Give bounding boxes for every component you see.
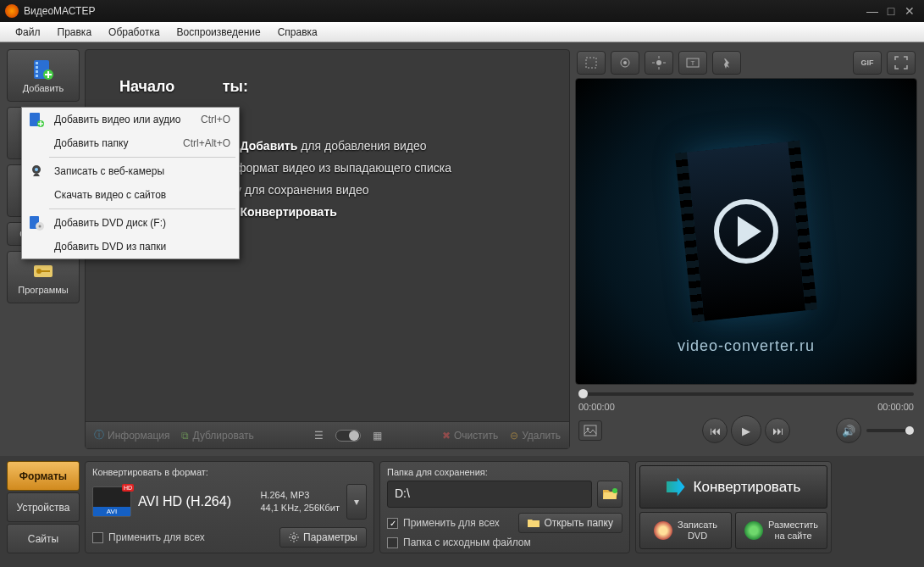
view-list-button[interactable]: ☰ xyxy=(314,430,324,442)
svg-line-36 xyxy=(296,534,297,535)
format-apply-all-checkbox[interactable] xyxy=(92,532,103,543)
volume-button[interactable]: 🔊 xyxy=(836,418,861,443)
clear-icon: ✖ xyxy=(442,430,451,442)
bottom-bar: Форматы Устройства Сайты Конвертировать … xyxy=(0,456,924,560)
clear-button[interactable]: ✖Очистить xyxy=(442,430,498,442)
key-package-icon xyxy=(31,259,55,283)
enhance-tool-button[interactable] xyxy=(611,51,639,75)
time-total: 00:00:00 xyxy=(877,402,914,412)
crop-tool-button[interactable] xyxy=(577,51,606,75)
sun-icon xyxy=(652,56,666,69)
close-button[interactable]: ✕ xyxy=(900,3,919,19)
dropdown-item-webcam[interactable]: Записать с веб-камеры xyxy=(22,159,239,183)
preview-screen[interactable]: video-converter.ru xyxy=(575,78,917,385)
brand-label: video-converter.ru xyxy=(678,337,815,355)
brightness-tool-button[interactable] xyxy=(645,51,673,75)
format-details: H.264, MP3 44,1 KHz, 256Кбит xyxy=(260,489,340,514)
prev-button[interactable]: ⏮ xyxy=(702,418,728,443)
dropdown-separator xyxy=(49,157,235,158)
folder-icon xyxy=(528,519,539,528)
duplicate-button[interactable]: ⧉Дублировать xyxy=(181,430,253,442)
avi-badge: AVI xyxy=(93,507,130,516)
info-button[interactable]: ⓘИнформация xyxy=(94,428,169,442)
output-apply-all-checkbox[interactable] xyxy=(387,518,398,529)
list-icon: ☰ xyxy=(314,430,324,442)
preview-panel: T GIF video-converter.ru 00:00:00 00:00:… xyxy=(575,49,917,449)
menu-edit[interactable]: Правка xyxy=(49,24,101,41)
publish-button[interactable]: Разместитьна сайте xyxy=(735,512,827,549)
folder-open-icon xyxy=(602,488,617,500)
convert-arrow-icon xyxy=(667,478,685,497)
dropdown-item-add-folder[interactable]: Добавить папку Ctrl+Alt+O xyxy=(22,131,239,155)
dropdown-item-download[interactable]: Скачать видео с сайтов xyxy=(22,183,239,207)
menu-process[interactable]: Обработка xyxy=(100,24,169,41)
sidebar-add-label: Добавить xyxy=(23,83,64,93)
fullscreen-tool-button[interactable] xyxy=(887,51,916,75)
svg-line-33 xyxy=(290,534,291,535)
sidebar-add-button[interactable]: Добавить xyxy=(7,49,80,102)
copy-icon: ⧉ xyxy=(181,430,189,442)
text-icon: T xyxy=(686,56,700,69)
svg-point-19 xyxy=(656,60,661,65)
view-toggle[interactable] xyxy=(335,430,361,442)
gif-icon: GIF xyxy=(861,58,874,67)
seek-slider[interactable] xyxy=(575,386,917,402)
app-logo-icon xyxy=(5,4,19,18)
dropdown-item-dvd-folder[interactable]: Добавить DVD из папки xyxy=(22,235,239,258)
snapshot-button[interactable] xyxy=(578,420,602,441)
menu-help[interactable]: Справка xyxy=(269,24,326,41)
svg-point-12 xyxy=(36,269,41,274)
film-plus-icon xyxy=(31,58,55,81)
output-panel-title: Папка для сохранения: xyxy=(387,467,622,477)
format-name: AVI HD (H.264) xyxy=(138,494,253,509)
output-path-field[interactable]: D:\ xyxy=(387,481,592,508)
tab-devices[interactable]: Устройства xyxy=(7,492,80,522)
preview-toolbar: T GIF xyxy=(575,49,917,76)
output-tabs: Форматы Устройства Сайты xyxy=(7,461,80,553)
play-button[interactable]: ▶ xyxy=(731,415,761,446)
text-tool-button[interactable]: T xyxy=(678,51,707,75)
open-folder-button[interactable]: Открыть папку xyxy=(518,513,622,533)
svg-rect-13 xyxy=(41,270,50,272)
playback-controls: ⏮ ▶ ⏭ 🔊 xyxy=(575,412,917,449)
output-apply-all-label: Применить для всех xyxy=(403,517,513,529)
svg-text:T: T xyxy=(691,59,695,67)
svg-rect-4 xyxy=(36,75,38,77)
svg-line-34 xyxy=(296,540,297,541)
next-button[interactable]: ⏭ xyxy=(765,418,790,443)
same-as-source-label: Папка с исходным файлом xyxy=(403,536,531,548)
maximize-button[interactable]: □ xyxy=(882,3,900,19)
tab-formats[interactable]: Форматы xyxy=(7,461,80,491)
menu-playback[interactable]: Воспроизведение xyxy=(169,24,269,41)
svg-rect-2 xyxy=(36,66,38,69)
convert-button[interactable]: Конвертировать xyxy=(639,465,827,509)
menubar: Файл Правка Обработка Воспроизведение Сп… xyxy=(0,22,924,42)
chevron-down-icon: ▾ xyxy=(354,496,359,508)
same-as-source-checkbox[interactable] xyxy=(387,537,398,548)
disc-icon xyxy=(654,521,672,540)
minimize-button[interactable]: — xyxy=(863,3,882,19)
format-dropdown-button[interactable]: ▾ xyxy=(346,484,367,520)
titlebar: ВидеоМАСТЕР — □ ✕ xyxy=(0,0,924,22)
menu-file[interactable]: Файл xyxy=(7,24,49,41)
fullscreen-icon xyxy=(894,56,908,69)
browse-folder-button[interactable] xyxy=(597,481,622,508)
svg-line-35 xyxy=(290,540,291,541)
toggle-icon xyxy=(335,430,361,442)
target-icon xyxy=(618,56,632,69)
speed-tool-button[interactable] xyxy=(712,51,741,75)
tab-sites[interactable]: Сайты xyxy=(7,524,80,553)
time-display: 00:00:00 00:00:00 xyxy=(575,402,917,412)
webcam-icon xyxy=(25,164,47,178)
volume-slider[interactable] xyxy=(866,429,914,432)
dropdown-item-dvd-disc[interactable]: Добавить DVD диск (F:) xyxy=(22,211,239,235)
dropdown-item-add-file[interactable]: Добавить видео или аудио Ctrl+O xyxy=(22,108,239,131)
svg-rect-3 xyxy=(36,70,38,73)
view-grid-button[interactable]: ▦ xyxy=(373,430,382,442)
gif-tool-button[interactable]: GIF xyxy=(853,51,882,75)
parameters-button[interactable]: Параметры xyxy=(279,527,367,548)
burn-dvd-button[interactable]: ЗаписатьDVD xyxy=(639,512,732,549)
running-icon xyxy=(720,56,733,69)
delete-button[interactable]: ⊖Удалить xyxy=(510,430,561,442)
format-panel: Конвертировать в формат: HD AVI AVI HD (… xyxy=(85,461,374,553)
